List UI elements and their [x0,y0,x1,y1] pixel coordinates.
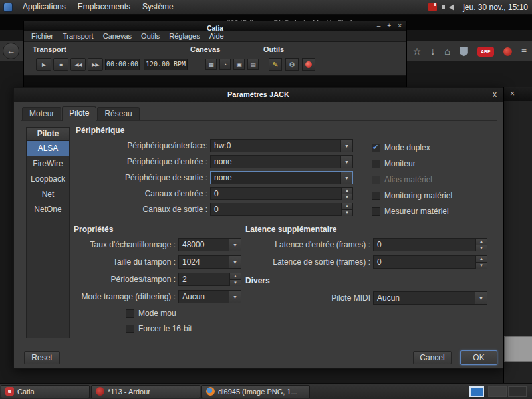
input-device-combobox[interactable]: none▼ [210,155,353,168]
input-latency-spin-buttons[interactable]: ▲▼ [475,239,487,251]
input-latency-spinbox[interactable]: 0▲▼ [373,238,487,251]
spin-up-icon[interactable]: ▲ [476,239,487,245]
dropdown-arrow-icon[interactable]: ▼ [340,172,352,184]
rewind-button[interactable]: ◀◀ [70,58,86,71]
dropdown-arrow-icon[interactable]: ▼ [229,291,241,303]
catia-minimize-button[interactable]: – [377,21,381,30]
catia-menu-aide[interactable]: Aide [205,32,229,40]
task-catia[interactable]: Catia [1,385,90,398]
dropdown-arrow-icon[interactable]: ▼ [229,256,241,268]
spin-up-icon[interactable]: ▲ [230,273,241,280]
catia-menu-reglages[interactable]: Réglages [164,32,204,40]
dropdown-arrow-icon[interactable]: ▼ [229,239,241,251]
dropdown-arrow-icon[interactable]: ▼ [475,292,487,304]
soft-mode-checkbox[interactable]: Mode mou [126,307,192,320]
hardware-monitoring-checkbox-box[interactable] [372,192,380,200]
midi-driver-combobox[interactable]: Aucun▼ [373,291,487,305]
task-firefox[interactable]: dl6945 (Image PNG, 1... [201,385,310,398]
monitor-checkbox-box[interactable] [372,160,380,168]
bookmark-star-icon[interactable]: ☆ [413,47,422,57]
soft-mode-checkbox-box[interactable] [126,309,134,318]
buffer-size-combobox[interactable]: 1024▼ [178,255,241,269]
output-channels-spinbox[interactable]: 0▲▼ [210,203,353,216]
catia-menu-canevas[interactable]: Canevas [98,32,136,40]
play-button[interactable]: ▶ [36,58,51,71]
home-icon[interactable]: ⌂ [444,47,450,57]
wrench-tool-icon[interactable]: ⚙ [285,58,299,71]
reset-button[interactable]: Reset [24,351,60,364]
back-button[interactable]: ← [3,43,19,59]
spin-down-icon[interactable]: ▼ [230,280,241,286]
spin-down-icon[interactable]: ▼ [476,245,487,251]
menu-icon[interactable]: ≡ [521,47,527,57]
tab-pilote[interactable]: Pilote [62,106,96,121]
output-channels-spin-buttons[interactable]: ▲▼ [341,203,352,215]
dialog-close-button[interactable]: x [493,90,497,99]
hardware-metering-checkbox[interactable]: Mesureur matériel [372,205,452,218]
periods-per-buffer-spin-buttons[interactable]: ▲▼ [229,273,241,285]
adobe-tray-icon[interactable] [428,3,437,11]
volume-tray-icon[interactable] [446,4,454,11]
driver-loopback[interactable]: Loopback [27,172,69,187]
catia-close-button[interactable]: × [398,21,402,30]
duplex-mode-checkbox[interactable]: Mode duplex [372,141,452,154]
pager-preview-icon[interactable] [469,386,484,397]
panel-menu-emplacements[interactable]: Emplacements [72,0,136,14]
periods-per-buffer-spinbox[interactable]: 2▲▼ [178,273,241,286]
monitor-checkbox[interactable]: Moniteur [372,157,452,170]
catia-titlebar[interactable]: Catia –+× [24,21,406,31]
force-16bit-checkbox-box[interactable] [126,325,134,333]
background-window-close-button[interactable]: × [510,89,515,98]
spin-down-icon[interactable]: ▼ [476,263,487,269]
catia-menu-outils[interactable]: Outils [136,32,164,40]
device-interface-combobox[interactable]: hw:0▼ [210,139,353,152]
dropdown-arrow-icon[interactable]: ▼ [340,140,352,152]
panel-menu-applications[interactable]: Applications [17,0,72,14]
input-channels-spin-buttons[interactable]: ▲▼ [341,188,352,200]
output-latency-spinbox[interactable]: 0▲▼ [373,255,487,269]
canvas-arrange-icon[interactable]: ▦ [205,59,217,70]
configure-pencil-icon[interactable]: ✎ [269,58,282,71]
distro-logo-icon[interactable] [3,3,13,12]
stop-button[interactable]: ■ [53,58,68,71]
hardware-monitoring-checkbox[interactable]: Monitoring matériel [372,189,452,202]
shield-icon[interactable] [460,47,468,57]
spin-up-icon[interactable]: ▲ [476,256,487,263]
canvas-refresh-icon[interactable]: ◔ [219,59,231,70]
hardware-metering-checkbox-box[interactable] [372,207,380,216]
tab-reseau[interactable]: Réseau [97,107,139,120]
spin-up-icon[interactable]: ▲ [342,203,352,210]
panel-menu-systeme[interactable]: Système [136,0,180,14]
output-latency-spin-buttons[interactable]: ▲▼ [475,256,487,268]
addon-icon[interactable] [503,47,512,56]
catia-maximize-button[interactable]: + [387,21,391,30]
output-device-combobox[interactable]: none▼ [210,171,353,184]
spin-down-icon[interactable]: ▼ [342,210,352,216]
dialog-titlebar[interactable]: Paramètres JACK x [14,88,503,102]
canvas-zoom-reset-icon[interactable]: ▤ [247,59,259,70]
cancel-button[interactable]: Cancel [413,351,452,364]
canvas-zoom-fit-icon[interactable]: ▣ [233,59,245,70]
catia-menu-fichier[interactable]: Fichier [27,32,58,40]
duplex-mode-checkbox-box[interactable] [372,144,380,152]
catia-menu-transport[interactable]: Transport [58,32,98,40]
workspace-1[interactable] [488,386,507,397]
driver-alsa[interactable]: ALSA [27,141,69,156]
task-ardour[interactable]: *113 - Ardour [91,385,200,398]
workspace-2[interactable] [508,386,527,397]
driver-firewire[interactable]: FireWire [27,156,69,172]
panel-clock[interactable]: jeu. 30 nov., 15:10 [460,3,528,12]
spin-down-icon[interactable]: ▼ [342,194,352,200]
record-tool-icon[interactable] [302,58,315,71]
hardware-alias-checkbox-box[interactable] [372,176,380,184]
input-channels-spinbox[interactable]: 0▲▼ [210,187,353,200]
tab-moteur[interactable]: Moteur [22,107,61,120]
dropdown-arrow-icon[interactable]: ▼ [340,156,352,168]
abp-icon[interactable]: ABP [477,47,494,57]
ok-button[interactable]: OK [460,350,497,365]
spin-up-icon[interactable]: ▲ [342,188,352,194]
download-icon[interactable]: ↓ [430,47,435,57]
hardware-alias-checkbox[interactable]: Alias matériel [372,173,452,186]
force-16bit-checkbox[interactable]: Forcer le 16-bit [126,322,192,335]
forward-button[interactable]: ▶▶ [88,58,103,71]
